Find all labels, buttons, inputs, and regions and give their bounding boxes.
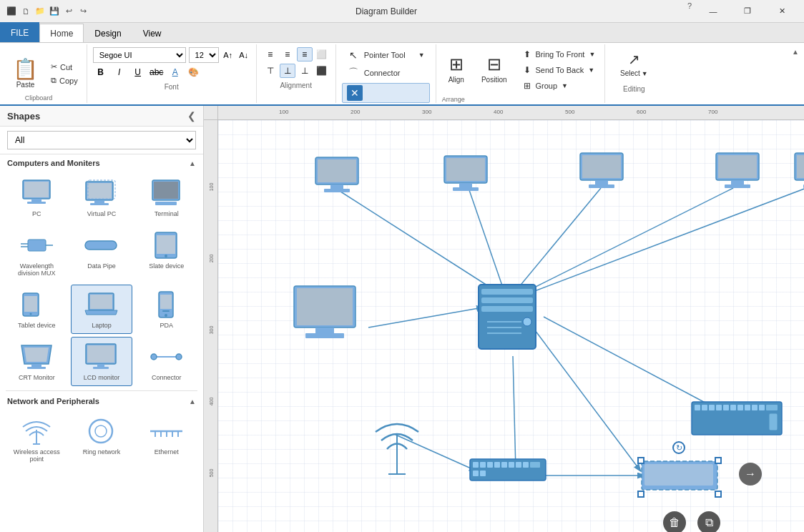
- tab-design[interactable]: Design: [84, 24, 132, 42]
- delete-action-button[interactable]: 🗑: [663, 511, 686, 532]
- tab-file[interactable]: FILE: [0, 22, 39, 42]
- maximize-button[interactable]: ❐: [731, 0, 764, 23]
- shape-slate-device[interactable]: Slate device: [135, 225, 197, 282]
- italic-button[interactable]: I: [112, 65, 127, 79]
- shape-terminal[interactable]: Terminal: [135, 173, 197, 222]
- font-color-button[interactable]: A: [167, 65, 183, 79]
- clipboard-right: ✂ Cut ⧉ Copy: [46, 47, 82, 100]
- font-size-increase[interactable]: A↑: [222, 49, 235, 61]
- connector-tool-button[interactable]: ⌒ Connector: [342, 64, 430, 82]
- shape-pc-label: PC: [32, 210, 41, 217]
- undo-icon[interactable]: ↩: [63, 6, 74, 17]
- ruler-v-200: 200: [209, 252, 214, 266]
- close-button[interactable]: ✕: [765, 0, 798, 23]
- font-size-select[interactable]: 12: [189, 47, 219, 63]
- underline-button[interactable]: U: [130, 65, 146, 79]
- align-distribute-button[interactable]: ⬛: [314, 64, 330, 78]
- svg-point-28: [165, 314, 167, 317]
- shape-wireless-ap[interactable]: Wireless access point: [6, 411, 68, 468]
- tab-home[interactable]: Home: [39, 24, 84, 42]
- redo-icon[interactable]: ↪: [77, 6, 89, 17]
- save-icon[interactable]: 💾: [49, 6, 60, 17]
- minimize-button[interactable]: —: [697, 0, 730, 23]
- align-justify-button[interactable]: ⬜: [314, 47, 330, 61]
- shape-connector[interactable]: Connector: [135, 337, 197, 386]
- send-to-back-button[interactable]: ⬇ Send To Back ▼: [518, 63, 599, 77]
- align-button[interactable]: ⊞ Align: [442, 47, 471, 90]
- shape-pda[interactable]: PDA: [135, 285, 197, 334]
- resize-handle-ne[interactable]: [715, 457, 722, 464]
- shape-tablet-device[interactable]: Tablet device: [6, 285, 68, 334]
- svg-rect-75: [725, 184, 750, 188]
- resize-handle-nw[interactable]: [637, 457, 644, 464]
- shapes-filter-select[interactable]: All Computers and Moniters Network and P…: [7, 131, 196, 149]
- canvas-area[interactable]: 100 200 300 400 500 600 700 100 200 300 …: [204, 106, 804, 532]
- align-bottom-button[interactable]: ⊥: [297, 64, 313, 78]
- shape-crt-monitor[interactable]: CRT Monitor: [6, 337, 68, 386]
- main-container: Shapes ❮ All Computers and Moniters Netw…: [0, 106, 804, 532]
- shape-lcd-monitor[interactable]: LCD monitor: [71, 337, 133, 386]
- svg-rect-86: [481, 297, 533, 303]
- window-controls: ? — ❐ ✕: [684, 0, 798, 23]
- svg-rect-115: [745, 405, 750, 410]
- diagram-selected-element[interactable]: ↻ → 🗑 ⧉: [640, 460, 719, 495]
- align-top-button[interactable]: ⊤: [263, 64, 278, 78]
- cut-button[interactable]: ✂ Cut: [46, 61, 82, 73]
- copy-action-button[interactable]: ⧉: [697, 511, 720, 532]
- pointer-dropdown-icon: ▼: [418, 51, 425, 59]
- open-icon[interactable]: 📁: [34, 6, 46, 17]
- tab-view[interactable]: View: [132, 24, 172, 42]
- move-action-button[interactable]: →: [739, 463, 762, 486]
- rotate-handle[interactable]: ↻: [672, 441, 685, 454]
- new-icon[interactable]: 🗋: [20, 6, 31, 17]
- select-button[interactable]: ↗ Select ▼: [614, 47, 655, 81]
- help-icon[interactable]: ?: [684, 0, 695, 11]
- shape-laptop[interactable]: Laptop: [71, 285, 133, 334]
- computers-section-header[interactable]: Computers and Moniters ▲: [0, 154, 203, 170]
- font-face-select[interactable]: Segoe UI: [93, 47, 186, 63]
- align-right-button[interactable]: ≡: [297, 47, 313, 61]
- resize-handle-se[interactable]: [715, 491, 722, 498]
- align-center-button[interactable]: ≡: [280, 47, 295, 61]
- shape-data-pipe-icon: [80, 230, 123, 260]
- network-section-header[interactable]: Network and Peripherals ▲: [0, 393, 203, 408]
- diagram-wireless-ap[interactable]: [368, 392, 426, 478]
- align-left-button[interactable]: ≡: [263, 47, 278, 61]
- position-button[interactable]: ⊟ Position: [475, 47, 514, 90]
- diagram-pc1[interactable]: [311, 156, 364, 196]
- diagram-pc2[interactable]: [440, 154, 493, 194]
- diagram-pc4[interactable]: [712, 152, 765, 192]
- shape-wavelength-mux[interactable]: Wavelength division MUX: [6, 225, 68, 282]
- resize-handle-sw[interactable]: [637, 491, 644, 498]
- diagram-pc3[interactable]: [576, 152, 629, 192]
- group-button[interactable]: ⊞ Group ▼: [518, 79, 599, 93]
- shape-ring-network-label: Ring network: [83, 448, 121, 455]
- shape-data-pipe[interactable]: Data Pipe: [71, 225, 133, 282]
- diagram-large-monitor[interactable]: [290, 285, 361, 340]
- connector-active-button[interactable]: ✕: [342, 83, 430, 103]
- shape-ethernet[interactable]: Ethernet: [135, 411, 197, 468]
- svg-rect-113: [730, 405, 736, 410]
- shapes-panel: Shapes ❮ All Computers and Moniters Netw…: [0, 106, 204, 532]
- shapes-collapse-button[interactable]: ❮: [187, 110, 196, 122]
- svg-rect-100: [501, 462, 507, 468]
- copy-button[interactable]: ⧉ Copy: [46, 74, 82, 87]
- shape-ring-network[interactable]: Ring network: [71, 411, 133, 468]
- ribbon-collapse-button[interactable]: ▲: [790, 46, 801, 57]
- align-middle-button[interactable]: ⊥: [280, 64, 295, 78]
- shape-virtual-pc[interactable]: Virtual PC: [71, 173, 133, 222]
- svg-rect-1: [24, 182, 49, 197]
- canvas-content: ↻ → 🗑 ⧉: [218, 120, 804, 532]
- font-size-decrease[interactable]: A↓: [237, 49, 250, 61]
- diagram-server-hub[interactable]: [476, 283, 540, 355]
- strikethrough-button[interactable]: abc: [149, 65, 165, 79]
- shape-pc[interactable]: PC: [6, 173, 68, 222]
- diagram-patch-panel[interactable]: [690, 399, 783, 438]
- bold-button[interactable]: B: [93, 65, 109, 79]
- font-color-dropper[interactable]: 🎨: [186, 65, 202, 79]
- pointer-tool-button[interactable]: ↖ Pointer Tool ▼: [342, 47, 430, 63]
- diagram-switch-bottom[interactable]: [469, 456, 547, 485]
- bring-to-front-button[interactable]: ⬆ Bring To Front ▼: [518, 47, 599, 61]
- diagram-pc5[interactable]: [790, 152, 804, 192]
- paste-button[interactable]: 📋 Paste: [7, 47, 44, 100]
